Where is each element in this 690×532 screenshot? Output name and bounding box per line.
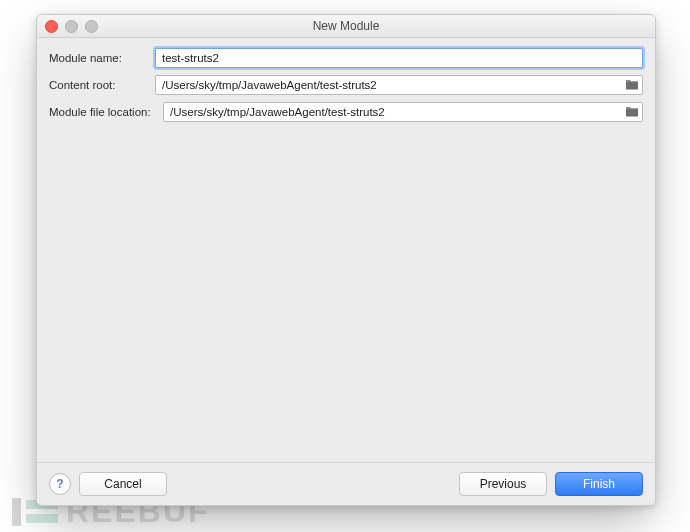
- content-root-label: Content root:: [49, 79, 155, 91]
- row-content-root: Content root:: [49, 75, 643, 95]
- module-name-input[interactable]: [155, 48, 643, 68]
- previous-button[interactable]: Previous: [459, 472, 547, 496]
- content-root-input[interactable]: [155, 75, 643, 95]
- window-controls: [45, 20, 98, 33]
- help-button[interactable]: ?: [49, 473, 71, 495]
- maximize-icon[interactable]: [85, 20, 98, 33]
- row-module-name: Module name:: [49, 48, 643, 68]
- finish-button[interactable]: Finish: [555, 472, 643, 496]
- module-file-location-input[interactable]: [163, 102, 643, 122]
- folder-icon: [625, 78, 639, 93]
- titlebar: New Module: [37, 15, 655, 38]
- row-module-file-location: Module file location:: [49, 102, 643, 122]
- module-name-label: Module name:: [49, 52, 155, 64]
- close-icon[interactable]: [45, 20, 58, 33]
- module-file-location-browse-button[interactable]: [624, 104, 640, 120]
- window-title: New Module: [313, 19, 380, 33]
- content-root-browse-button[interactable]: [624, 77, 640, 93]
- dialog-footer: ? Cancel Previous Finish: [37, 462, 655, 505]
- cancel-button[interactable]: Cancel: [79, 472, 167, 496]
- dialog-window: New Module Module name: Content root: Mo…: [36, 14, 656, 506]
- dialog-content: Module name: Content root: Module file l…: [37, 38, 655, 462]
- minimize-icon[interactable]: [65, 20, 78, 33]
- folder-icon: [625, 105, 639, 120]
- module-file-location-label: Module file location:: [49, 106, 163, 118]
